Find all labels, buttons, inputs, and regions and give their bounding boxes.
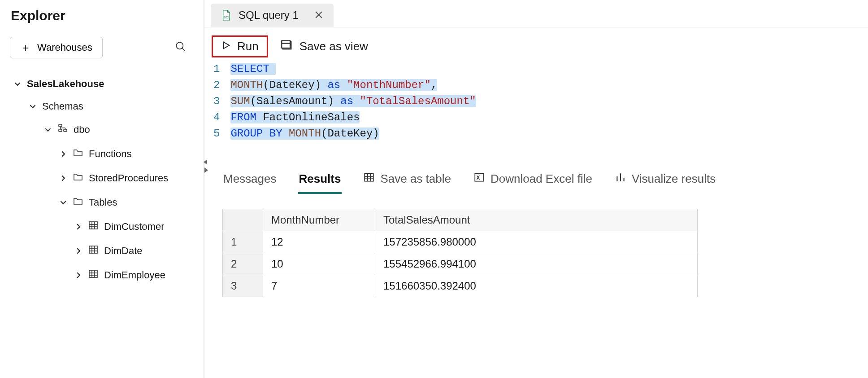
results-header-row: MonthNumber TotalSalesAmount <box>223 209 698 231</box>
tree-tables[interactable]: Tables <box>10 190 199 215</box>
svg-rect-3 <box>59 129 62 132</box>
results-tab-results[interactable]: Results <box>298 168 342 194</box>
visualize-results-button[interactable]: Visualize results <box>614 168 716 194</box>
editor-code[interactable]: SELECT MONTH(DateKey) as "MonthNumber", … <box>230 61 476 142</box>
tree-schemas-label: Schemas <box>42 101 83 112</box>
results-cell-total: 157235856.980000 <box>375 231 698 253</box>
editor-gutter: 1 2 3 4 5 <box>213 61 230 142</box>
editor-tab-sqlquery1[interactable]: SQL SQL query 1 <box>211 4 334 27</box>
tree-storedprocedures[interactable]: StoredProcedures <box>10 166 199 190</box>
folder-icon <box>73 147 83 161</box>
save-as-view-label: Save as view <box>299 40 368 53</box>
line-number: 3 <box>213 93 220 110</box>
results-cell-month: 12 <box>263 231 375 253</box>
play-icon <box>221 40 231 53</box>
tree-table-dimdate[interactable]: DimDate <box>10 239 199 263</box>
results-header-rownum <box>223 209 263 231</box>
tree-table-dimcustomer[interactable]: DimCustomer <box>10 215 199 239</box>
results-row[interactable]: 3 7 151660350.392400 <box>223 275 698 297</box>
results-row[interactable]: 1 12 157235856.980000 <box>223 231 698 253</box>
explorer-sidebar: Explorer ＋ Warehouses SalesLakehouse Sch… <box>0 0 204 378</box>
code-line: GROUP BY MONTH(DateKey) <box>230 126 476 142</box>
schema-icon <box>57 123 68 136</box>
svg-rect-5 <box>89 222 97 229</box>
tree-table-dimemployee[interactable]: DimEmployee <box>10 263 199 287</box>
add-warehouses-button[interactable]: ＋ Warehouses <box>10 37 103 58</box>
explorer-tree: SalesLakehouse Schemas dbo <box>10 73 199 287</box>
folder-icon <box>73 196 83 209</box>
line-number: 2 <box>213 77 220 93</box>
results-header-totalsalesamount[interactable]: TotalSalesAmount <box>375 209 698 231</box>
code-line: FROM FactOnlineSales <box>230 110 476 126</box>
folder-icon <box>73 171 83 185</box>
tree-root-saleslakehouse[interactable]: SalesLakehouse <box>10 73 199 95</box>
results-cell-month: 10 <box>263 253 375 275</box>
results-row[interactable]: 2 10 155452966.994100 <box>223 253 698 275</box>
results-cell-total: 151660350.392400 <box>375 275 698 297</box>
search-icon[interactable] <box>175 41 187 54</box>
plus-icon: ＋ <box>20 42 31 53</box>
line-number: 5 <box>213 126 220 142</box>
results-grid[interactable]: MonthNumber TotalSalesAmount 1 12 157235… <box>222 209 698 297</box>
svg-rect-25 <box>282 41 290 48</box>
chart-icon <box>615 171 626 186</box>
warehouses-button-label: Warehouses <box>37 42 92 53</box>
chevron-right-icon <box>75 269 82 281</box>
tree-tables-label: Tables <box>89 197 117 208</box>
table-icon <box>88 244 99 258</box>
tree-root-label: SalesLakehouse <box>27 78 104 90</box>
results-header-monthnumber[interactable]: MonthNumber <box>263 209 375 231</box>
visualize-results-label: Visualize results <box>632 172 716 186</box>
svg-rect-2 <box>59 124 62 127</box>
code-line: SUM(SalesAmount) as "TotalSalesAmount" <box>230 93 476 110</box>
svg-rect-10 <box>89 246 97 253</box>
chevron-right-icon <box>75 245 82 257</box>
tree-table-label: DimDate <box>104 245 143 257</box>
line-number: 4 <box>213 110 220 126</box>
code-line: MONTH(DateKey) as "MonthNumber", <box>230 77 476 93</box>
save-as-view-icon <box>281 39 293 54</box>
tree-dbo[interactable]: dbo <box>10 118 199 142</box>
results-cell-month: 7 <box>263 275 375 297</box>
table-icon <box>363 171 375 186</box>
tree-dbo-label: dbo <box>74 124 90 136</box>
svg-point-0 <box>176 42 183 49</box>
close-icon[interactable] <box>315 9 323 22</box>
save-as-table-label: Save as table <box>380 172 451 186</box>
sql-file-icon: SQL <box>221 9 231 21</box>
chevron-down-icon <box>60 197 67 208</box>
line-number: 1 <box>213 61 220 77</box>
explorer-title: Explorer <box>11 8 199 23</box>
tree-functions[interactable]: Functions <box>10 142 199 166</box>
download-excel-button[interactable]: X Download Excel file <box>473 168 593 194</box>
results-tab-messages[interactable]: Messages <box>222 168 278 194</box>
explorer-top-row: ＋ Warehouses <box>10 37 199 58</box>
save-as-view-button[interactable]: Save as view <box>281 39 368 54</box>
svg-line-1 <box>182 48 185 51</box>
chevron-down-icon <box>45 124 52 136</box>
chevron-right-icon <box>60 172 67 184</box>
sql-editor[interactable]: 1 2 3 4 5 SELECT MONTH(DateKey) as "Mont… <box>204 59 868 142</box>
chevron-down-icon <box>14 78 22 90</box>
tree-table-label: DimCustomer <box>104 221 164 233</box>
results-tab-label: Results <box>299 172 341 186</box>
results-cell-rownum: 3 <box>223 275 263 297</box>
results-tab-label: Messages <box>223 172 277 186</box>
tree-storedprocedures-label: StoredProcedures <box>89 172 168 184</box>
results-toolbar: Messages Results Save as table X Downloa… <box>222 168 868 199</box>
chevron-right-icon <box>60 148 67 160</box>
results-cell-rownum: 1 <box>223 231 263 253</box>
tree-functions-label: Functions <box>89 148 131 160</box>
chevron-right-icon <box>75 221 82 233</box>
tree-schemas[interactable]: Schemas <box>10 95 199 118</box>
run-button[interactable]: Run <box>212 35 268 57</box>
save-as-table-button[interactable]: Save as table <box>362 168 452 194</box>
svg-text:SQL: SQL <box>224 15 230 19</box>
results-panel: Messages Results Save as table X Downloa… <box>204 168 868 297</box>
download-excel-label: Download Excel file <box>490 172 592 186</box>
main-area: SQL SQL query 1 Run Save as view 1 2 3 <box>204 0 868 378</box>
svg-rect-15 <box>89 270 97 277</box>
table-icon <box>88 220 99 233</box>
table-icon <box>88 268 99 282</box>
tree-table-label: DimEmployee <box>104 269 165 281</box>
